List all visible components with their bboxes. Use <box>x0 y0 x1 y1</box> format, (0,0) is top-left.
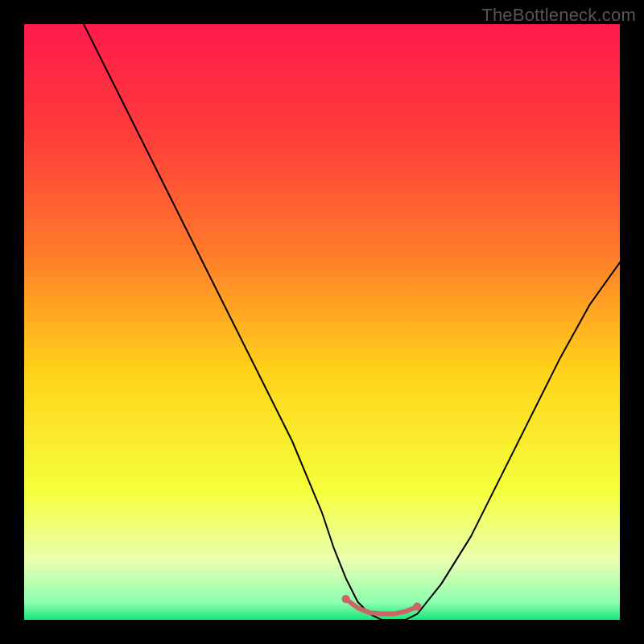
chart-plot <box>24 24 620 620</box>
watermark-text: TheBottleneck.com <box>481 5 636 26</box>
chart-background <box>24 24 620 620</box>
chart-frame: TheBottleneck.com <box>0 0 644 644</box>
highlight-dot <box>413 603 421 611</box>
highlight-dot <box>342 595 350 603</box>
chart-svg <box>24 24 620 620</box>
